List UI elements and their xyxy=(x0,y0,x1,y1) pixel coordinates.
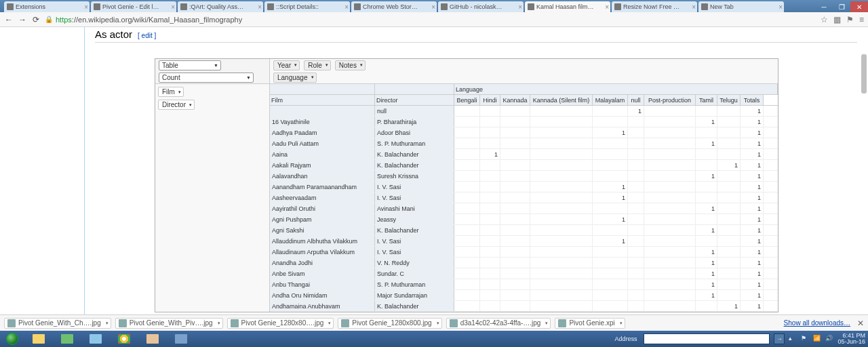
cell-value xyxy=(628,149,644,159)
chevron-down-icon[interactable]: ▾ xyxy=(620,321,623,326)
cell-value: 1 xyxy=(741,268,764,279)
menu-icon[interactable]: ≡ xyxy=(859,15,864,24)
tab-close-icon[interactable]: × xyxy=(518,3,522,11)
browser-tab[interactable]: New Tab× xyxy=(698,1,784,12)
cell-value xyxy=(628,247,644,257)
minimize-button[interactable]: ─ xyxy=(815,1,833,12)
download-item[interactable]: Pivot Genie_With_Piv….jpg▾ xyxy=(115,318,223,329)
tab-close-icon[interactable]: × xyxy=(692,3,696,11)
cell-value xyxy=(530,182,593,192)
cell-value xyxy=(454,127,480,138)
browser-tab[interactable]: Extensions× xyxy=(4,1,90,12)
download-item[interactable]: Pivot Genie_1280x80….jpg▾ xyxy=(227,318,334,329)
taskbar-pin-app-2[interactable] xyxy=(82,331,109,346)
taskbar-pin-app-3[interactable] xyxy=(167,331,195,346)
start-button[interactable] xyxy=(0,331,24,347)
row-header-director: S. P. Muthuraman xyxy=(375,279,454,289)
chevron-down-icon[interactable]: ▾ xyxy=(328,321,331,326)
cell-value xyxy=(644,182,696,192)
taskbar-pin-explorer[interactable] xyxy=(25,331,52,346)
column-dimension-chip[interactable]: Language▾ xyxy=(273,73,317,83)
unused-attr-chip[interactable]: Notes▾ xyxy=(335,60,366,70)
row-header-film: Anbe Sivam xyxy=(270,268,375,279)
show-all-downloads-link[interactable]: Show all downloads… xyxy=(784,319,850,327)
browser-tab[interactable]: Kamal Haasan film…× xyxy=(525,1,610,12)
row-header-director: I. V. Sasi xyxy=(375,247,454,257)
aggregator-select[interactable]: Count▼ xyxy=(159,73,254,83)
tab-close-icon[interactable]: × xyxy=(344,3,349,11)
download-item[interactable]: Pivot Genie_1280x800.jpg▾ xyxy=(338,318,441,329)
tab-close-icon[interactable]: × xyxy=(84,3,88,11)
tray-clock[interactable]: 6:41 PM 05-Jun-16 xyxy=(837,333,865,345)
page-scrollbar-thumb[interactable] xyxy=(861,54,867,94)
file-icon xyxy=(450,319,458,327)
chevron-down-icon[interactable]: ▾ xyxy=(437,321,439,326)
cell-value xyxy=(500,171,530,181)
tray-network-icon[interactable]: 📶 xyxy=(813,335,821,343)
deskband-address-input[interactable] xyxy=(644,333,770,344)
row-header-film: Aasheervaadam xyxy=(270,192,375,203)
chevron-down-icon[interactable]: ▾ xyxy=(545,321,548,326)
download-item[interactable]: Pivot Genie.xpi▾ xyxy=(555,318,625,329)
render-type-select[interactable]: Table▼ xyxy=(159,60,221,70)
browser-tab[interactable]: GitHub - nicolask…× xyxy=(438,1,524,12)
tab-close-icon[interactable]: × xyxy=(431,3,435,11)
row-field-chip[interactable]: Director▾ xyxy=(158,100,195,110)
cell-value xyxy=(454,171,480,181)
cell-value xyxy=(530,290,593,300)
cell-value xyxy=(696,149,717,159)
deskband-go-button[interactable]: → xyxy=(774,333,785,344)
forward-button[interactable]: → xyxy=(18,15,27,24)
tab-close-icon[interactable]: × xyxy=(605,3,609,11)
chevron-down-icon: ▾ xyxy=(189,102,192,108)
download-filename: Pivot Genie_With_Ch….jpg xyxy=(18,319,101,327)
close-downloads-shelf-button[interactable]: ✕ xyxy=(857,319,864,328)
cell-value xyxy=(530,214,593,224)
bookmark-star-icon[interactable]: ☆ xyxy=(821,15,828,24)
cell-value xyxy=(644,268,696,279)
tray-flag-icon[interactable]: ⚑ xyxy=(801,335,809,343)
unused-attr-chip[interactable]: Year▾ xyxy=(273,60,300,70)
tab-close-icon[interactable]: × xyxy=(171,3,175,11)
extension-icon-2[interactable]: ⚑ xyxy=(846,15,854,24)
tray-volume-icon[interactable]: 🔊 xyxy=(825,335,833,343)
download-item[interactable]: d3a14c02-42a3-4ffa-….jpg▾ xyxy=(446,318,551,329)
cell-value xyxy=(530,171,593,181)
browser-tab[interactable]: Chrome Web Stor…× xyxy=(351,1,437,12)
browser-tab[interactable]: Pivot Genie - Edit l…× xyxy=(91,1,176,12)
back-button[interactable]: ← xyxy=(4,15,14,24)
cell-value: 1 xyxy=(741,258,764,268)
browser-tab[interactable]: ::Script Details::× xyxy=(264,1,350,12)
download-item[interactable]: Pivot Genie_With_Ch….jpg▾ xyxy=(4,318,111,329)
cell-value xyxy=(696,127,717,138)
address-bar[interactable]: 🔒 https://en.wikipedia.org/wiki/Kamal_Ha… xyxy=(45,16,816,24)
cell-value: 1 xyxy=(696,225,717,235)
row-field-chip[interactable]: Film▾ xyxy=(158,87,184,97)
chevron-down-icon[interactable]: ▾ xyxy=(218,321,220,326)
cell-value: 1 xyxy=(593,127,628,138)
browser-tab[interactable]: Resize Now! Free …× xyxy=(612,1,697,12)
browser-tab[interactable]: :QArt: Quality Ass…× xyxy=(178,1,263,12)
chevron-down-icon[interactable]: ▾ xyxy=(106,321,108,326)
cell-value: 1 xyxy=(741,247,764,257)
lock-icon: 🔒 xyxy=(45,16,53,23)
wiki-left-border xyxy=(84,27,85,314)
tab-close-icon[interactable]: × xyxy=(258,3,262,11)
extension-icon[interactable]: ▦ xyxy=(833,15,841,24)
reload-button[interactable]: ⟳ xyxy=(31,15,41,24)
section-edit-link[interactable]: [ edit ] xyxy=(138,32,156,39)
maximize-button[interactable]: ❐ xyxy=(833,1,850,12)
taskbar-pin-app-1[interactable] xyxy=(54,331,81,346)
cell-value xyxy=(644,106,696,116)
taskbar-pin-paint[interactable] xyxy=(139,331,166,346)
close-window-button[interactable]: ✕ xyxy=(850,1,868,12)
taskbar-pin-chrome[interactable] xyxy=(111,331,138,346)
cell-value xyxy=(644,258,696,268)
tray-chevron-icon[interactable]: ▴ xyxy=(789,335,797,343)
row-header-director: P. Bharathiraja xyxy=(375,117,454,127)
cell-value xyxy=(454,301,480,311)
unused-attr-chip[interactable]: Role▾ xyxy=(304,60,331,70)
cell-value xyxy=(628,236,644,246)
tab-close-icon[interactable]: × xyxy=(778,3,783,11)
row-header-director: K. Balachander xyxy=(375,160,454,170)
